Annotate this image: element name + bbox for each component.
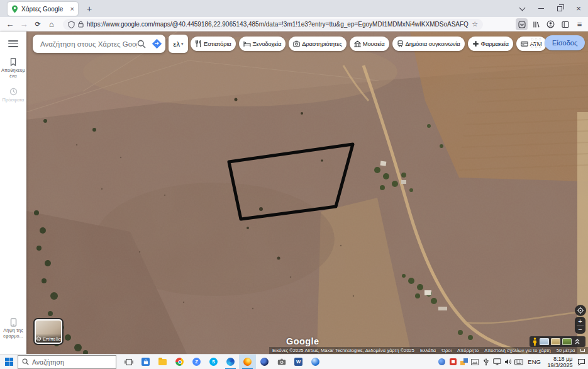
maps-sidebar: Αποθηκευμένα Πρόσφατα xyxy=(0,31,26,354)
task-view-button[interactable] xyxy=(120,355,137,369)
browser-tab[interactable]: Χάρτες Google × xyxy=(8,2,78,16)
directions-icon[interactable] xyxy=(152,38,162,49)
chip-museums[interactable]: Μουσεία xyxy=(350,37,389,51)
satellite-map[interactable] xyxy=(26,31,588,354)
window-restore-button[interactable] xyxy=(550,0,569,17)
app-button[interactable] xyxy=(256,355,273,369)
sidebars-icon[interactable] xyxy=(559,18,571,30)
camera-button[interactable] xyxy=(273,355,290,369)
attribution-bar: Εικόνες ©2025 Airbus, Maxar Technologies… xyxy=(269,347,588,354)
tray-app-icon[interactable] xyxy=(438,358,446,366)
window-minimize-button[interactable] xyxy=(531,0,550,17)
zoom-app-button[interactable]: Z xyxy=(188,355,205,369)
scale-bar xyxy=(580,349,585,352)
word-button[interactable]: W xyxy=(290,355,307,369)
url-text: https://www.google.com/maps/@40.4459186,… xyxy=(87,21,469,28)
taskbar-search[interactable] xyxy=(18,355,116,369)
search-input[interactable] xyxy=(33,40,137,48)
google-apps-icon[interactable] xyxy=(531,38,541,48)
start-button[interactable] xyxy=(0,355,18,369)
forward-icon[interactable]: → xyxy=(18,17,30,31)
restaurant-icon xyxy=(195,40,202,47)
layers-icon xyxy=(36,336,42,342)
display-icon[interactable] xyxy=(493,358,501,366)
action-center-icon[interactable] xyxy=(577,358,585,366)
chip-activities[interactable]: Δραστηριότητες xyxy=(289,37,347,51)
skype-button[interactable]: S xyxy=(205,355,222,369)
history-icon xyxy=(9,88,18,96)
feedback-link[interactable]: Αποστολή σχολίων για το χάρτη xyxy=(484,348,551,353)
hotel-icon xyxy=(243,40,251,47)
transit-icon xyxy=(397,40,404,47)
privacy-link[interactable]: Απόρρητο xyxy=(457,348,479,353)
speaker-icon[interactable] xyxy=(504,358,512,366)
chip-transit[interactable]: Δημόσια συγκοινωνία xyxy=(392,37,465,51)
tray-alert-icon[interactable] xyxy=(449,358,457,366)
back-icon[interactable]: ← xyxy=(4,17,16,31)
clock[interactable]: 8:18 μμ 19/3/2025 xyxy=(545,356,574,368)
save-to-pocket-icon[interactable] xyxy=(516,18,528,30)
microsoft-store-button[interactable] xyxy=(137,355,154,369)
chip-pharmacies[interactable]: Φαρμακεία xyxy=(468,37,513,51)
sphere-app-button[interactable] xyxy=(307,355,324,369)
tab-close-icon[interactable]: × xyxy=(70,6,74,12)
chip-label: Δραστηριότητες xyxy=(302,40,342,47)
chrome-button[interactable] xyxy=(171,355,188,369)
layers-button[interactable]: Επίπεδα xyxy=(33,318,64,345)
home-icon[interactable]: ⌂ xyxy=(45,17,58,31)
file-explorer-button[interactable] xyxy=(154,355,171,369)
zoom-in-button[interactable]: + xyxy=(578,317,582,325)
search-icon[interactable] xyxy=(137,40,146,48)
window-close-button[interactable]: × xyxy=(569,0,588,17)
taskbar-search-input[interactable] xyxy=(32,358,112,366)
language-selector[interactable]: ελ ▾ xyxy=(169,35,188,53)
language-indicator[interactable]: ENG xyxy=(526,358,543,365)
recents-label: Πρόσφατα xyxy=(1,98,26,103)
layers-label: Επίπεδα xyxy=(43,336,61,342)
imagery-thumb-3[interactable] xyxy=(562,338,572,345)
imagery-thumb-2[interactable] xyxy=(551,338,560,345)
sidebar-item-saved[interactable]: Αποθηκευμένα xyxy=(0,58,26,79)
imagery-toolbar xyxy=(530,336,585,347)
bookmark-icon xyxy=(9,58,17,66)
pegman-icon[interactable] xyxy=(532,338,538,346)
usb-icon[interactable] xyxy=(482,358,490,366)
task-view-icon xyxy=(125,358,133,366)
reload-icon[interactable]: ⟳ xyxy=(31,17,44,31)
terms-link[interactable]: Όροι xyxy=(441,348,452,353)
sign-in-button[interactable]: Είσοδος xyxy=(545,35,585,50)
my-location-button[interactable] xyxy=(575,305,586,316)
windows-logo-icon xyxy=(5,358,13,366)
chip-hotels[interactable]: Ξενοδοχεία xyxy=(239,37,286,51)
account-icon[interactable] xyxy=(545,18,557,30)
category-chips: Εστιατόρια Ξενοδοχεία Δραστηριότητες Μου… xyxy=(191,37,546,51)
firefox-button[interactable] xyxy=(239,355,256,369)
tray-windows-app-icon[interactable] xyxy=(460,358,468,366)
language-code: ελ xyxy=(174,40,180,48)
sidebar-item-recents[interactable]: Πρόσφατα xyxy=(0,88,26,103)
zoom-out-button[interactable]: − xyxy=(578,326,582,333)
swirl-app-icon xyxy=(260,358,269,366)
touch-keyboard-icon[interactable] xyxy=(515,358,523,366)
new-tab-button[interactable]: + xyxy=(84,3,95,14)
zoom-control: + − xyxy=(575,317,585,334)
region-link[interactable]: Ελλάδα xyxy=(420,348,436,353)
library-icon[interactable] xyxy=(530,18,542,30)
menu-hamburger-icon[interactable] xyxy=(8,40,18,47)
edge-button[interactable] xyxy=(222,355,239,369)
imagery-thumb-1[interactable] xyxy=(540,338,549,345)
url-bar[interactable]: https://www.google.com/maps/@40.4459186,… xyxy=(63,19,483,30)
lock-icon xyxy=(78,21,84,28)
tray-photo-icon[interactable] xyxy=(471,358,479,366)
expand-carousel-icon[interactable] xyxy=(574,338,580,345)
store-icon xyxy=(141,358,150,366)
maps-search-box[interactable] xyxy=(33,35,165,53)
chip-restaurants[interactable]: Εστιατόρια xyxy=(191,37,236,51)
desktop: Χάρτες Google × + × ← → ⟳ ⌂ https://www.… xyxy=(0,0,588,369)
museum-icon xyxy=(354,40,361,47)
bookmark-star-icon[interactable]: ☆ xyxy=(472,20,478,28)
menu-icon[interactable]: ≡ xyxy=(574,18,585,30)
tab-list-chevron-icon[interactable] xyxy=(513,0,531,17)
get-app-promo[interactable]: Λήψη της εφαρμο... xyxy=(0,318,26,339)
zoom-app-icon: Z xyxy=(192,358,201,366)
